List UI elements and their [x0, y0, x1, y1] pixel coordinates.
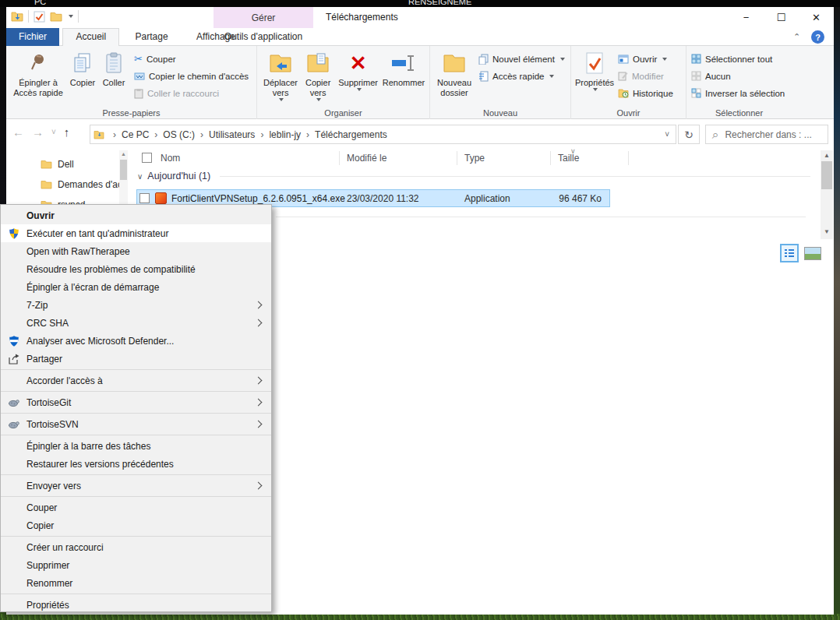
- context-menu-item[interactable]: Partager: [1, 350, 271, 368]
- details-view-button[interactable]: [780, 244, 799, 262]
- copy-path-button[interactable]: Copier le chemin d'accès: [134, 69, 249, 83]
- edit-button[interactable]: Modifier: [618, 69, 673, 83]
- scroll-up-icon[interactable]: ▲: [821, 150, 833, 161]
- maximize-button[interactable]: ☐: [764, 7, 799, 28]
- history-button[interactable]: Historique: [618, 86, 673, 100]
- back-icon[interactable]: ←: [12, 125, 24, 139]
- context-menu-item[interactable]: Renommer: [1, 574, 271, 592]
- help-icon[interactable]: ?: [811, 30, 824, 44]
- pin-quick-access-button[interactable]: Épingler à Accès rapide: [9, 48, 67, 104]
- group-label: Ouvrir: [571, 108, 686, 118]
- copy-to-button[interactable]: Copier vers: [301, 48, 335, 104]
- tab-outils-application[interactable]: Outils d'application: [214, 28, 313, 46]
- select-none-button[interactable]: Aucun: [691, 69, 785, 83]
- context-menu-item[interactable]: Analyser avec Microsoft Defender...: [1, 332, 271, 350]
- context-menu-item[interactable]: Restaurer les versions précédentes: [1, 455, 271, 473]
- close-button[interactable]: ✕: [799, 7, 834, 28]
- context-menu-item[interactable]: Exécuter en tant qu'administrateur: [1, 224, 271, 242]
- context-menu-item[interactable]: TortoiseSVN: [1, 415, 271, 433]
- context-menu-item[interactable]: Couper: [1, 498, 271, 516]
- breadcrumb-separator-icon[interactable]: ›: [306, 129, 309, 140]
- context-menu-item[interactable]: Envoyer vers: [1, 477, 271, 495]
- breadcrumb-item[interactable]: leblin-jy: [269, 129, 301, 140]
- open-button[interactable]: Ouvrir: [618, 51, 673, 66]
- context-menu-item[interactable]: Supprimer: [1, 556, 271, 574]
- address-box[interactable]: ›Ce PC›OS (C:)›Utilisateurs›leblin-jy›Té…: [90, 125, 676, 144]
- qat-dropdown-icon[interactable]: [69, 15, 73, 18]
- column-nom[interactable]: Nom: [161, 153, 180, 164]
- menu-separator: [1, 413, 271, 414]
- breadcrumb-separator-icon[interactable]: ›: [200, 129, 203, 140]
- up-icon[interactable]: ↑: [64, 125, 70, 139]
- scroll-thumb[interactable]: [120, 160, 127, 180]
- group-chevron-icon[interactable]: ∨: [137, 172, 143, 181]
- scroll-down-icon[interactable]: ▼: [821, 227, 833, 238]
- menu-item-label: Ouvrir: [26, 210, 55, 221]
- column-type[interactable]: Type: [464, 153, 485, 164]
- breadcrumb-item[interactable]: Téléchargements: [315, 129, 387, 140]
- breadcrumb-separator-icon[interactable]: ›: [154, 129, 157, 140]
- properties-button[interactable]: Propriétés: [574, 48, 615, 104]
- sidebar-scrollbar[interactable]: ▲: [119, 150, 128, 205]
- sidebar-folder-item[interactable]: Demandes d'ach: [6, 174, 132, 195]
- minimize-button[interactable]: −: [729, 7, 764, 28]
- manage-contextual-header[interactable]: Gérer: [214, 7, 313, 28]
- copy-button[interactable]: Copier: [67, 48, 98, 104]
- paste-shortcut-button[interactable]: Coller le raccourci: [134, 86, 249, 100]
- sidebar-folder-item[interactable]: Dell: [6, 154, 132, 174]
- breadcrumb-separator-icon[interactable]: ›: [113, 129, 116, 140]
- group-label: Organiser: [257, 108, 429, 118]
- group-header[interactable]: ∨ Aujourd'hui (1): [137, 171, 810, 181]
- scroll-thumb[interactable]: [821, 161, 832, 189]
- thumbnail-view-button[interactable]: [804, 247, 821, 260]
- rename-button[interactable]: Renommer: [381, 48, 426, 104]
- refresh-button[interactable]: ↻: [678, 125, 700, 144]
- context-menu-item[interactable]: Accorder l'accès à: [1, 372, 271, 389]
- context-menu-item[interactable]: Créer un raccourci: [1, 538, 271, 556]
- new-item-button[interactable]: Nouvel élément: [478, 51, 565, 66]
- quick-access-button[interactable]: Accès rapide: [478, 69, 565, 83]
- list-scrollbar[interactable]: ▲ ▼: [821, 150, 833, 239]
- breadcrumb-item[interactable]: OS (C:): [163, 129, 195, 140]
- breadcrumb-item[interactable]: Ce PC: [122, 129, 149, 140]
- context-menu-item[interactable]: Résoudre les problèmes de compatibilité: [1, 260, 271, 278]
- button-label: Nouvel élément: [492, 55, 555, 64]
- context-menu-item[interactable]: CRC SHA: [1, 314, 271, 332]
- folder-icon[interactable]: [50, 12, 62, 22]
- delete-button[interactable]: ✕ Supprimer: [335, 48, 381, 104]
- context-menu-item[interactable]: 7-Zip: [1, 296, 271, 314]
- context-menu-item[interactable]: Épingler à la barre des tâches: [1, 437, 271, 455]
- select-all-button[interactable]: Sélectionner tout: [691, 51, 785, 66]
- address-dropdown-icon[interactable]: ˅: [665, 130, 672, 139]
- breadcrumb-item[interactable]: Utilisateurs: [209, 129, 255, 140]
- context-menu-item[interactable]: Épingler à l'écran de démarrage: [1, 278, 271, 296]
- file-checkbox[interactable]: [139, 193, 150, 203]
- tab-accueil[interactable]: Accueil: [62, 28, 119, 46]
- context-menu-item[interactable]: Ouvrir: [1, 206, 271, 224]
- invert-selection-button[interactable]: Inverser la sélection: [691, 86, 785, 100]
- context-menu-item[interactable]: TortoiseGit: [1, 393, 271, 411]
- scroll-up-icon[interactable]: ▲: [119, 150, 128, 158]
- column-modifie-le[interactable]: Modifié le: [347, 153, 386, 164]
- context-menu-item[interactable]: Propriétés: [1, 596, 271, 614]
- new-folder-button[interactable]: Nouveau dossier: [433, 48, 475, 104]
- context-menu-item[interactable]: Open with RawTherapee: [1, 242, 271, 260]
- column-taille[interactable]: Taille: [558, 153, 579, 164]
- tab-partage[interactable]: Partage: [123, 28, 181, 46]
- folder-arrow-icon[interactable]: [11, 11, 23, 22]
- move-to-button[interactable]: Déplacer vers: [260, 48, 301, 104]
- paste-button[interactable]: Coller: [98, 48, 129, 104]
- collapse-ribbon-icon[interactable]: ⌃: [793, 32, 803, 41]
- cut-button[interactable]: ✂ Couper: [134, 51, 249, 66]
- properties-icon: [584, 50, 605, 76]
- menu-item-label: Exécuter en tant qu'administrateur: [26, 228, 168, 239]
- header-checkbox[interactable]: [142, 153, 152, 165]
- tab-fichier[interactable]: Fichier: [6, 28, 59, 46]
- properties-check-icon[interactable]: [34, 11, 45, 23]
- forward-icon[interactable]: →: [32, 125, 44, 139]
- history-chevron-icon[interactable]: ˅: [51, 128, 56, 136]
- context-menu-item[interactable]: Copier: [1, 516, 271, 534]
- menu-item-label: Couper: [26, 502, 57, 513]
- search-box[interactable]: ⌕ Rechercher dans : ...: [705, 125, 828, 144]
- breadcrumb-separator-icon[interactable]: ›: [260, 129, 263, 140]
